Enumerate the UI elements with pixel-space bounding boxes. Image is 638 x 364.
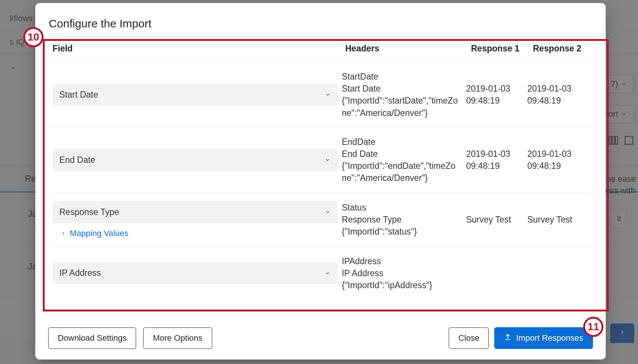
headers-line: {"ImportId":"status"} xyxy=(342,226,459,238)
field-select-label: Response Type xyxy=(59,207,119,217)
headers-line: EndDate xyxy=(342,136,459,148)
modal-footer: Download Settings More Options Close Imp… xyxy=(35,319,606,359)
grid-header-row: Field Headers Response 1 Response 2 xyxy=(50,38,591,62)
mapping-row: Start DateStartDateStart Date{"ImportId"… xyxy=(50,62,591,128)
headers-line: StartDate xyxy=(342,71,459,83)
headers-cell: EndDateEnd Date{"ImportId":"endDate","ti… xyxy=(342,136,466,184)
import-responses-label: Import Responses xyxy=(516,333,583,343)
response-line: Survey Test xyxy=(466,214,527,226)
configure-import-modal: Configure the Import Field Headers Respo… xyxy=(35,3,606,359)
headers-cell: StartDateStart Date{"ImportId":"startDat… xyxy=(342,71,466,119)
close-button[interactable]: Close xyxy=(448,327,489,349)
response-line: 2019-01-03 xyxy=(466,83,527,95)
field-select[interactable]: Response Type xyxy=(53,201,338,223)
response-1-cell: 2019-01-0309:48:19 xyxy=(466,83,527,107)
response-1-cell: 2019-01-0309:48:19 xyxy=(466,148,527,172)
headers-line: {"ImportId":"ipAddress"} xyxy=(342,279,459,291)
field-select-label: IP Address xyxy=(59,268,101,278)
response-1-cell: Survey Test xyxy=(466,214,527,226)
mapping-values-label: Mapping Values xyxy=(70,229,128,238)
response-line: 09:48:19 xyxy=(527,95,588,107)
mapping-row: IP AddressIPAddressIP Address{"ImportId"… xyxy=(50,247,591,300)
headers-line: IPAddress xyxy=(342,255,459,267)
col-headers-header: Headers xyxy=(345,44,471,54)
col-field-header: Field xyxy=(53,44,345,54)
chevron-down-icon xyxy=(324,209,331,215)
headers-line: Response Type xyxy=(342,214,459,226)
mapping-row: End DateEndDateEnd Date{"ImportId":"endD… xyxy=(50,128,591,193)
response-2-cell: Survey Test xyxy=(527,214,588,226)
response-line: 2019-01-03 xyxy=(527,148,588,160)
headers-line: Start Date xyxy=(342,83,459,95)
response-line: 2019-01-03 xyxy=(527,83,588,95)
response-line: 09:48:19 xyxy=(527,160,588,172)
headers-line: IP Address xyxy=(342,267,459,279)
modal-title: Configure the Import xyxy=(35,14,606,35)
chevron-down-icon xyxy=(324,270,331,277)
annotation-badge-10: 10 xyxy=(23,27,44,47)
import-responses-button[interactable]: Import Responses xyxy=(494,327,593,349)
headers-line: {"ImportId":"startDate","timeZone":"Amer… xyxy=(342,95,459,119)
response-2-cell: 2019-01-0309:48:19 xyxy=(527,83,588,107)
response-line: Survey Test xyxy=(527,214,588,226)
mapping-row: Response TypeMapping ValuesStatusRespons… xyxy=(50,193,591,247)
annotation-badge-11: 11 xyxy=(583,317,603,337)
field-select-label: End Date xyxy=(59,155,95,165)
response-line: 09:48:19 xyxy=(466,160,527,172)
col-response2-header: Response 2 xyxy=(533,44,595,54)
headers-cell: StatusResponse Type{"ImportId":"status"} xyxy=(342,202,466,238)
chevron-down-icon xyxy=(324,156,331,163)
chevron-down-icon xyxy=(324,91,331,98)
headers-line: {"ImportId":"endDate","timeZone":"Americ… xyxy=(342,160,459,184)
more-options-button[interactable]: More Options xyxy=(143,327,212,349)
headers-line: Status xyxy=(342,202,459,214)
response-line: 2019-01-03 xyxy=(466,148,527,160)
headers-cell: IPAddressIP Address{"ImportId":"ipAddres… xyxy=(342,255,466,292)
col-response1-header: Response 1 xyxy=(471,44,533,54)
upload-icon xyxy=(504,333,512,343)
field-select[interactable]: IP Address xyxy=(53,262,338,284)
field-select-label: Start Date xyxy=(59,90,98,100)
download-settings-button[interactable]: Download Settings xyxy=(48,327,136,349)
headers-line: End Date xyxy=(342,148,459,160)
field-select[interactable]: Start Date xyxy=(53,84,338,106)
import-mapping-grid: Field Headers Response 1 Response 2 Star… xyxy=(35,35,606,299)
field-select[interactable]: End Date xyxy=(53,149,338,171)
response-line: 09:48:19 xyxy=(466,95,527,107)
mapping-values-link[interactable]: Mapping Values xyxy=(53,229,342,238)
response-2-cell: 2019-01-0309:48:19 xyxy=(527,148,588,172)
